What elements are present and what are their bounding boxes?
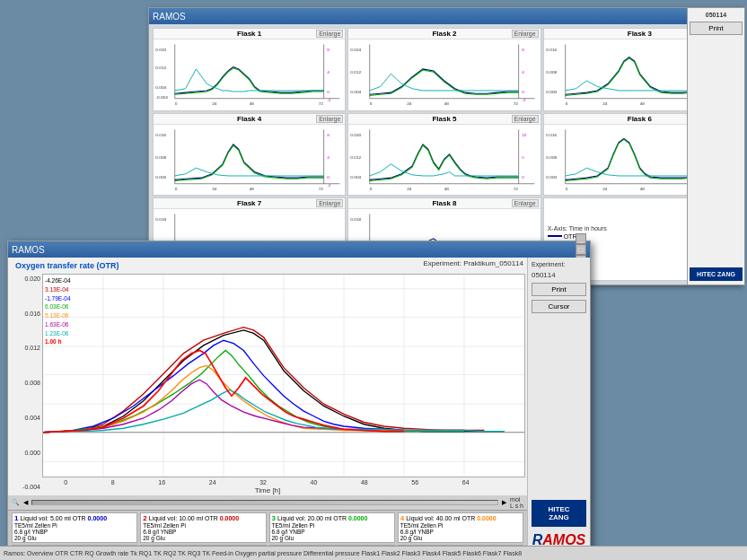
right-experiment-label: Experiment: xyxy=(532,261,586,267)
svg-text:0: 0 xyxy=(175,187,178,191)
svg-text:0.008: 0.008 xyxy=(155,155,166,160)
flask-2-chart: 0.024 0.012 0.004 0 24 48 72 8 4 0 -2 xyxy=(348,39,540,109)
svg-text:0.000: 0.000 xyxy=(546,90,557,94)
svg-text:5: 5 xyxy=(523,155,525,160)
flask-card-3-content: TE5/ml Zellen Pi6.8 g/l YNBP20 g Glu xyxy=(272,522,392,541)
chart-toolbar: 🔍 ◀ ▶ molL s h xyxy=(8,495,527,510)
svg-text:48: 48 xyxy=(444,187,450,191)
scroll-left-icon[interactable]: ◀ xyxy=(23,499,28,506)
cursor-button[interactable]: Cursor xyxy=(532,300,586,313)
svg-text:24: 24 xyxy=(212,102,217,107)
flask-card-2-otr: 0.0000 xyxy=(220,515,239,521)
x-axis-legend-label: X-Axis: Time in hours xyxy=(548,225,607,232)
legend-time-3: -1.79E-04 xyxy=(45,294,71,303)
svg-text:0.000: 0.000 xyxy=(546,175,557,179)
svg-text:0.012: 0.012 xyxy=(351,155,362,160)
flask-card-4-vol: Liquid vol: 40.00 ml OTR xyxy=(406,515,475,521)
svg-text:0: 0 xyxy=(523,90,525,94)
x-tick-8: 8 xyxy=(111,479,115,486)
x-axis-label: Time [h] xyxy=(8,486,527,495)
flask-info-row-1: 1 Liquid vol: 5.00 ml OTR 0.0000 TE5/ml … xyxy=(12,512,523,543)
flask-card-1-content: TE5/ml Zellen Pi6.8 g/l YNBP20 g Glu xyxy=(14,522,135,541)
flask-card-2-vol: Liquid vol: 10.00 ml OTR xyxy=(149,515,218,521)
front-maximize-button[interactable]: □ xyxy=(576,244,586,255)
front-minimize-button[interactable]: _ xyxy=(576,233,586,244)
x-tick-16: 16 xyxy=(158,479,165,486)
svg-text:0.024: 0.024 xyxy=(351,48,362,52)
svg-text:24: 24 xyxy=(408,102,413,107)
flask-card-2: 2 Liquid vol: 10.00 ml OTR 0.0000 TE5/ml… xyxy=(140,512,266,543)
svg-text:48: 48 xyxy=(639,187,645,191)
flask-panel-2: Flask 2 Enlarge 0.024 0.012 0.004 0 24 4… xyxy=(347,28,540,111)
svg-text:4: 4 xyxy=(327,155,330,160)
svg-text:0: 0 xyxy=(327,90,330,94)
svg-text:48: 48 xyxy=(639,102,645,107)
flask-card-4-num: 4 xyxy=(400,514,404,522)
y-tick-4: 0.008 xyxy=(24,380,40,386)
svg-text:0: 0 xyxy=(370,187,373,191)
svg-text:0.018: 0.018 xyxy=(155,218,166,223)
flask-panel-5: Flask 5 Enlarge 0.020 0.012 0.004 0 24 4… xyxy=(347,113,540,197)
enlarge-flask-2[interactable]: Enlarge xyxy=(512,30,539,38)
flask-card-3: 3 Liquid vol: 20.00 ml OTR 0.0000 TE5/ml… xyxy=(269,512,395,543)
enlarge-flask-5[interactable]: Enlarge xyxy=(512,115,539,123)
scroll-right-icon[interactable]: ▶ xyxy=(502,499,506,506)
x-tick-48: 48 xyxy=(361,479,368,486)
svg-text:0: 0 xyxy=(175,102,178,107)
units-label: molL s h xyxy=(510,496,523,509)
print-button-2[interactable]: Print xyxy=(532,283,586,296)
svg-text:4: 4 xyxy=(523,70,525,74)
enlarge-flask-1[interactable]: Enlarge xyxy=(316,30,343,38)
x-tick-24: 24 xyxy=(209,479,216,486)
back-window-titlebar: RAMOS _ □ × xyxy=(149,8,740,24)
enlarge-flask-7[interactable]: Enlarge xyxy=(316,199,343,207)
svg-text:0.004: 0.004 xyxy=(351,90,362,94)
flask-card-1-otr: 0.0000 xyxy=(88,515,107,521)
svg-text:10: 10 xyxy=(523,133,528,137)
flask-panel-1: Flask 1 Enlarge 0.020 0.012 0.004 xyxy=(153,28,346,111)
svg-text:72: 72 xyxy=(514,102,519,107)
svg-text:0.000: 0.000 xyxy=(155,175,166,179)
svg-text:0: 0 xyxy=(565,187,567,191)
otr-chart-title: Oxygen transfer rate (OTR) xyxy=(12,259,123,272)
y-tick-3: 0.012 xyxy=(24,345,40,351)
flask-panel-4: Flask 4 Enlarge 0.016 0.008 0.000 0 24 4… xyxy=(153,113,346,197)
svg-text:0.012: 0.012 xyxy=(351,70,362,74)
svg-text:-2: -2 xyxy=(327,98,331,102)
svg-text:0: 0 xyxy=(565,102,567,107)
svg-text:24: 24 xyxy=(408,187,413,191)
print-button[interactable]: Print xyxy=(690,22,743,35)
flask-card-2-num: 2 xyxy=(143,514,146,522)
experiment-label: Experiment: Praktikum_050114 xyxy=(423,259,523,272)
svg-text:8: 8 xyxy=(523,48,525,52)
legend-time-4: 6.03E-06 xyxy=(45,302,71,311)
x-tick-56: 56 xyxy=(411,479,418,486)
legend-time-highlight: 1.00 h xyxy=(45,337,71,346)
svg-text:0.008: 0.008 xyxy=(546,70,557,74)
svg-text:-2: -2 xyxy=(523,98,527,102)
enlarge-flask-4[interactable]: Enlarge xyxy=(316,115,343,123)
svg-text:0.004: 0.004 xyxy=(351,175,362,179)
svg-text:24: 24 xyxy=(602,187,608,191)
svg-text:4: 4 xyxy=(327,70,330,74)
enlarge-flask-8[interactable]: Enlarge xyxy=(512,199,539,207)
svg-text:48: 48 xyxy=(250,102,255,107)
zoom-icon[interactable]: 🔍 xyxy=(12,499,20,506)
right-side-panel: 050114 Print HITEC ZANG xyxy=(687,7,745,285)
otr-main-content: Oxygen transfer rate (OTR) Experiment: P… xyxy=(8,258,590,552)
flask-card-2-content: TE5/ml Zellen Pi6.8 g/l YNBP20 g Glu xyxy=(143,522,263,541)
x-tick-32: 32 xyxy=(259,479,267,486)
svg-text:0.012: 0.012 xyxy=(155,66,166,70)
svg-text:24: 24 xyxy=(602,102,608,107)
svg-text:0.018: 0.018 xyxy=(351,218,362,223)
flask-card-1-num: 1 xyxy=(14,514,18,522)
y-tick-6: 0.000 xyxy=(24,450,40,456)
flask-card-4-content: TE5/ml Zellen Pi6.8 g/l YNBP20 g Glu xyxy=(400,522,521,541)
right-experiment-val: 050114 xyxy=(532,271,586,279)
status-text: Ramos: Overview OTR CTR RQ Growth rate T… xyxy=(4,550,522,556)
svg-text:-2: -2 xyxy=(327,183,331,188)
x-tick-64: 64 xyxy=(462,479,470,486)
flask-card-4-otr: 0.0000 xyxy=(477,515,496,521)
y-tick-2: 0.016 xyxy=(24,311,40,317)
svg-text:24: 24 xyxy=(212,187,217,191)
